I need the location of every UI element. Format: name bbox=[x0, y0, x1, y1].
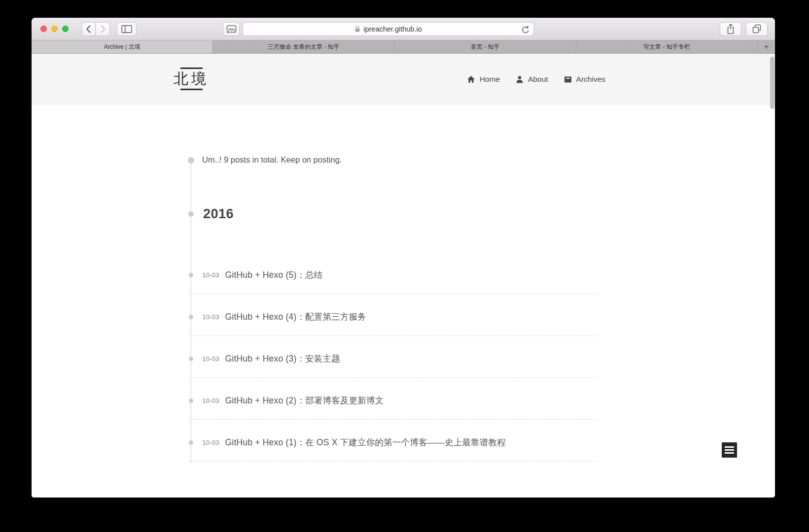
post-date: 10-03 bbox=[202, 439, 219, 446]
picture-icon bbox=[223, 22, 239, 36]
archive-post-row: 10-03GitHub + Hexo (2)：部署博客及更新博文 bbox=[189, 382, 597, 420]
archive-year: 2016 bbox=[203, 204, 234, 224]
minimize-window-button[interactable] bbox=[51, 26, 58, 32]
post-date: 10-03 bbox=[202, 313, 219, 321]
site-nav: HomeAboutArchives bbox=[467, 54, 605, 105]
browser-tab-1[interactable]: 三尺微命 发表的文章 - 知乎 bbox=[213, 40, 394, 53]
back-button[interactable] bbox=[82, 22, 96, 36]
timeline-dot bbox=[189, 399, 193, 403]
archive-post-row: 10-03GitHub + Hexo (3)：安装主题 bbox=[189, 340, 597, 378]
close-window-button[interactable] bbox=[40, 26, 47, 32]
zoom-window-button[interactable] bbox=[62, 26, 69, 32]
site-logo[interactable]: 北境 bbox=[171, 67, 212, 90]
menu-icon bbox=[725, 452, 734, 454]
timeline-dot bbox=[189, 440, 193, 445]
post-list: 10-03GitHub + Hexo (5)：总结10-03GitHub + H… bbox=[189, 256, 597, 466]
nav-item-label: About bbox=[528, 75, 548, 84]
timeline-dot bbox=[189, 273, 193, 277]
archive-post-row: 10-03GitHub + Hexo (5)：总结 bbox=[189, 256, 597, 294]
browser-tab-2[interactable]: 首页 - 知乎 bbox=[395, 40, 576, 53]
nav-item-label: Home bbox=[480, 75, 500, 84]
nav-item-label: Archives bbox=[576, 75, 605, 84]
user-icon bbox=[516, 75, 524, 83]
share-icon bbox=[724, 22, 738, 36]
archive-post-row: 10-03GitHub + Hexo (1)：在 OS X 下建立你的第一个博客… bbox=[189, 424, 597, 462]
post-date: 10-03 bbox=[202, 355, 219, 363]
post-title-link[interactable]: GitHub + Hexo (1)：在 OS X 下建立你的第一个博客——史上最… bbox=[225, 436, 506, 448]
menu-icon bbox=[725, 449, 734, 451]
post-title-link[interactable]: GitHub + Hexo (5)：总结 bbox=[225, 269, 323, 281]
post-title-link[interactable]: GitHub + Hexo (2)：部署博客及更新博文 bbox=[225, 395, 384, 406]
tabs-overview-icon bbox=[750, 22, 764, 36]
menu-icon bbox=[725, 446, 734, 448]
post-title-link[interactable]: GitHub + Hexo (3)：安装主题 bbox=[225, 353, 340, 365]
site-header: 北境 HomeAboutArchives bbox=[32, 54, 775, 105]
timeline-dot bbox=[189, 357, 193, 361]
address-bar[interactable]: ipreacher.github.io bbox=[243, 22, 534, 36]
lock-icon bbox=[354, 26, 360, 33]
browser-tab-3[interactable]: 写文章 - 知乎专栏 bbox=[576, 40, 758, 53]
home-icon bbox=[467, 75, 475, 83]
nav-item-home[interactable]: Home bbox=[467, 75, 500, 84]
logo-top-rule bbox=[180, 67, 203, 69]
timeline-dot bbox=[188, 211, 194, 217]
safari-window: ipreacher.github.io Archive | 北境三 bbox=[32, 18, 775, 498]
page-content: 北境 HomeAboutArchives Um..! 9 posts in to… bbox=[32, 54, 775, 498]
sidebar-toggle-button[interactable] bbox=[117, 22, 137, 36]
archive-icon bbox=[564, 76, 572, 83]
nav-item-archives[interactable]: Archives bbox=[564, 75, 605, 84]
timeline-dot bbox=[188, 157, 194, 164]
reload-button[interactable] bbox=[520, 25, 530, 34]
share-button[interactable] bbox=[720, 22, 741, 36]
post-date: 10-03 bbox=[202, 271, 219, 279]
scrollbar-thumb[interactable] bbox=[770, 57, 774, 109]
menu-button[interactable] bbox=[722, 442, 737, 458]
post-date: 10-03 bbox=[202, 397, 219, 404]
logo-bottom-rule bbox=[180, 89, 203, 90]
nav-item-about[interactable]: About bbox=[516, 75, 548, 84]
timeline-dot bbox=[189, 315, 193, 319]
url-text: ipreacher.github.io bbox=[363, 25, 422, 33]
browser-toolbar: ipreacher.github.io bbox=[32, 18, 775, 40]
chevron-left-icon bbox=[82, 22, 95, 36]
tab-overview-button[interactable] bbox=[746, 22, 768, 36]
tab-bar: Archive | 北境三尺微命 发表的文章 - 知乎首页 - 知乎写文章 - … bbox=[32, 40, 775, 54]
new-tab-button[interactable]: + bbox=[758, 40, 775, 53]
archive-summary: Um..! 9 posts in total. Keep on posting. bbox=[202, 155, 342, 165]
forward-button[interactable] bbox=[96, 22, 110, 36]
archive-post-row: 10-03GitHub + Hexo (4)：配置第三方服务 bbox=[189, 298, 597, 336]
image-extension-button[interactable] bbox=[223, 22, 240, 36]
post-title-link[interactable]: GitHub + Hexo (4)：配置第三方服务 bbox=[225, 311, 367, 323]
logo-text: 北境 bbox=[174, 70, 209, 87]
browser-tab-0[interactable]: Archive | 北境 bbox=[32, 40, 213, 53]
chevron-right-icon bbox=[96, 22, 109, 36]
sidebar-icon bbox=[117, 22, 136, 36]
reload-icon bbox=[520, 25, 530, 34]
